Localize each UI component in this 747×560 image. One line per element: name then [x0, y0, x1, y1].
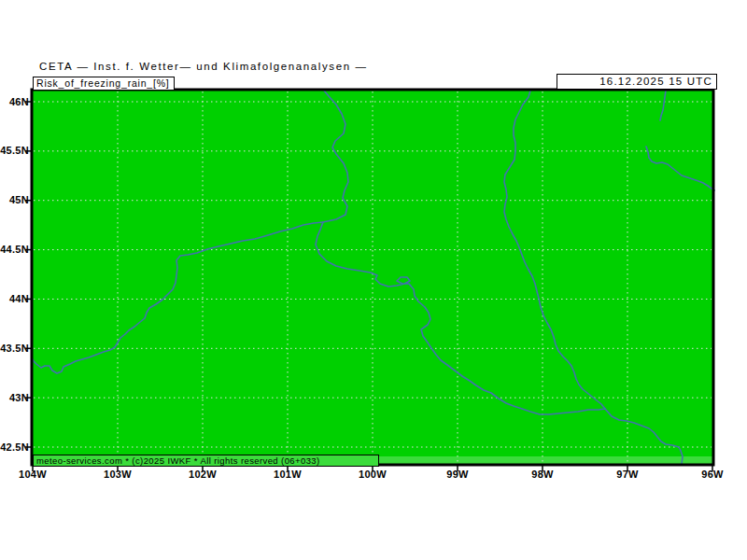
weather-map-page: CETA — Inst. f. Wetter— und Klimafolgena…	[0, 0, 747, 560]
y-tick-label: 44.5N	[0, 244, 29, 256]
y-tick-label: 45N	[0, 194, 29, 206]
x-tick-label: 100W	[345, 469, 401, 481]
x-tick-label: 99W	[430, 469, 486, 481]
x-tick-label: 98W	[514, 469, 571, 481]
y-tick-label: 44N	[0, 293, 29, 305]
copyright-label-box: meteo-services.com * (c)2025 IWKF * All …	[33, 455, 379, 467]
datetime-label-box: 16.12.2025 15 UTC	[557, 74, 717, 90]
y-tick-label: 43.5N	[0, 343, 29, 355]
y-tick-label: 42.5N	[0, 441, 29, 454]
y-tick-label: 43N	[0, 392, 29, 404]
x-tick-label: 101W	[260, 469, 316, 481]
x-tick-label: 97W	[599, 469, 655, 481]
y-tick-label: 45.5N	[0, 145, 29, 157]
y-tick-label: 46N	[0, 96, 29, 108]
page-title: CETA — Inst. f. Wetter— und Klimafolgena…	[39, 61, 368, 72]
x-tick-label: 103W	[90, 469, 146, 481]
variable-label-box: Risk_of_freezing_rain_[%]	[33, 77, 175, 91]
x-tick-label: 104W	[5, 469, 61, 481]
x-tick-label: 96W	[684, 469, 740, 481]
x-tick-label: 102W	[175, 469, 231, 481]
map-area	[33, 91, 712, 464]
